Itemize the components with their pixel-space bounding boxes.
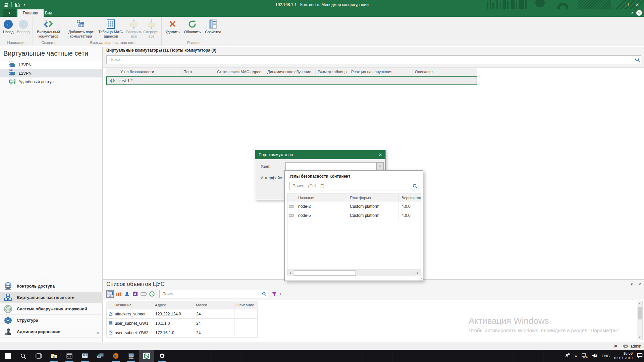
remote-desktop-button[interactable]: [93, 350, 108, 362]
delete-button[interactable]: ✕ Удалить: [163, 17, 182, 35]
sidebar-item-ids[interactable]: Система обнаружения вторжений: [0, 303, 103, 315]
system-app-button[interactable]: [77, 350, 93, 362]
tree-item-remote-access[interactable]: Удалённый доступ: [0, 77, 102, 86]
scroll-up-icon[interactable]: ▲: [639, 301, 641, 306]
virtual-switch-button[interactable]: * Виртуальный коммутатор: [34, 17, 62, 40]
filter-devices-button[interactable]: [140, 290, 147, 298]
start-button[interactable]: [0, 350, 15, 362]
panel-close-icon[interactable]: ✕: [638, 282, 641, 287]
table-row[interactable]: user_subnet_GW1 10.1.1.0 24: [106, 319, 258, 328]
close-button[interactable]: ✕: [632, 0, 643, 9]
column-header[interactable]: Платформа: [347, 195, 399, 201]
column-header[interactable]: Маска: [194, 302, 234, 308]
column-header[interactable]: Размер таблицы: [316, 69, 349, 75]
tab-view[interactable]: Вид: [40, 9, 58, 17]
column-header[interactable]: Описание: [413, 69, 477, 75]
scrollbar-thumb[interactable]: [294, 270, 356, 276]
search-icon[interactable]: [411, 184, 419, 189]
collapse-ribbon-icon[interactable]: ∧: [631, 11, 634, 15]
search-icon[interactable]: [634, 57, 641, 62]
dialog-titlebar[interactable]: Порт коммутатора ✕: [255, 150, 385, 159]
search-icon[interactable]: [261, 292, 268, 296]
objects-table-header: Название Адрес Маска Описание: [106, 301, 258, 309]
column-header[interactable]: Статический MAC-адрес: [215, 69, 265, 75]
filter-hosts-button[interactable]: [106, 290, 114, 298]
firefox-button[interactable]: [108, 350, 123, 362]
filter-time-button[interactable]: [148, 290, 156, 298]
filter-services-button[interactable]: [115, 290, 122, 298]
column-header[interactable]: Динамическое обучение: [265, 69, 316, 75]
column-header[interactable]: Название: [112, 302, 153, 308]
sidebar-item-vpn[interactable]: Виртуальные частные сети: [0, 292, 103, 303]
restore-button[interactable]: ❐: [621, 0, 632, 9]
popup-row-node-2[interactable]: node-2 Custom platform 4.0.0: [287, 202, 421, 211]
filter-funnel-icon: [272, 292, 277, 297]
continent-app-icon: [143, 352, 150, 360]
language-indicator[interactable]: ENG: [602, 354, 610, 358]
column-header[interactable]: Реакция на нарушения: [349, 69, 413, 75]
flag-icon[interactable]: ⚑: [614, 344, 618, 349]
objects-search-input[interactable]: [160, 290, 261, 298]
sidebar-collapse-button[interactable]: »: [97, 330, 99, 335]
file-explorer-button[interactable]: [46, 350, 62, 362]
scroll-down-icon[interactable]: ▼: [639, 335, 641, 340]
taskbar-search-button[interactable]: [15, 350, 31, 362]
refresh-button[interactable]: Обновить: [182, 17, 203, 35]
expand-all-button[interactable]: Раскрыть все: [125, 17, 143, 40]
help-icon[interactable]: ?: [636, 10, 642, 16]
panel-collapse-icon[interactable]: ▼: [630, 282, 634, 287]
action-center-icon[interactable]: [637, 353, 643, 359]
combobox-dropdown-icon[interactable]: ▼: [376, 163, 383, 170]
command-prompt-button[interactable]: C:\_: [62, 350, 77, 362]
mac-table-button[interactable]: Таблица MAC-адресов: [96, 17, 125, 40]
filter-button[interactable]: [271, 290, 278, 298]
vertical-scrollbar[interactable]: ▲ ▼: [637, 301, 643, 340]
popup-row-node-5[interactable]: node-5 Custom platform 4.0.0: [287, 211, 421, 220]
forward-button[interactable]: → Вперед: [15, 17, 32, 35]
app-menu-tab[interactable]: ▼: [3, 9, 16, 17]
main-search-input[interactable]: [107, 56, 634, 64]
workstation-button[interactable]: [123, 350, 139, 362]
column-header[interactable]: Описание: [234, 302, 258, 308]
sidebar-item-administration[interactable]: Администрирование: [0, 326, 103, 338]
task-view-button[interactable]: [31, 350, 46, 362]
dialog-close-icon[interactable]: ✕: [379, 153, 382, 157]
minimize-button[interactable]: –: [610, 0, 621, 9]
taskbar-clock[interactable]: 16:56 02.07.2019: [614, 351, 633, 361]
column-header[interactable]: Название: [296, 195, 347, 201]
sidebar-item-access-control[interactable]: Контроль доступа: [0, 281, 103, 292]
scroll-left-icon[interactable]: ◄: [287, 270, 293, 276]
tree-item-l2vpn[interactable]: L2 L2VPN: [0, 69, 102, 77]
sidebar-splitter-handle[interactable]: ··········: [0, 277, 103, 280]
filter-netobjects-button[interactable]: A: [131, 290, 139, 298]
table-row-selected[interactable]: test_L2: [106, 76, 477, 85]
table-row[interactable]: user_subnet_GW2 172.16.1.0 24: [106, 328, 258, 338]
resize-grip[interactable]: [419, 277, 422, 280]
add-switch-port-button[interactable]: Добавить порт коммутатора: [65, 17, 96, 40]
column-header[interactable]: Порт: [181, 69, 215, 75]
scroll-right-icon[interactable]: ►: [415, 270, 421, 276]
filter-dropdown-icon[interactable]: ▼: [279, 293, 282, 296]
settings-button[interactable]: [154, 350, 170, 362]
horizontal-scrollbar[interactable]: ◄ ►: [287, 270, 421, 276]
volume-icon[interactable]: [592, 353, 597, 359]
tray-expand-icon[interactable]: ∧: [575, 354, 577, 358]
ribbon-group-create: * Виртуальный коммутатор Создать: [33, 17, 64, 46]
table-row[interactable]: attackers_subnet 123.222.124.0 24: [106, 309, 258, 319]
column-header[interactable]: Адрес: [153, 302, 194, 308]
properties-button[interactable]: Свойства: [203, 17, 223, 35]
scrollbar-thumb[interactable]: [638, 307, 642, 319]
back-button[interactable]: ← Назад: [1, 17, 15, 35]
column-header[interactable]: Узел безопасности: [118, 69, 181, 75]
node-combobox[interactable]: ▼: [285, 162, 384, 170]
tree-item-label: Удалённый доступ: [19, 79, 54, 84]
popup-search-input[interactable]: [290, 182, 411, 190]
network-status-icon[interactable]: !: [582, 353, 588, 359]
sidebar-item-structure[interactable]: Структура: [0, 315, 103, 326]
people-icon[interactable]: [565, 353, 570, 359]
collapse-all-button[interactable]: Свернуть все: [143, 17, 160, 40]
continent-app-button[interactable]: [139, 350, 154, 362]
tree-item-l3vpn[interactable]: L3 L3VPN: [0, 61, 102, 69]
column-header[interactable]: Версия плат: [399, 195, 421, 201]
filter-users-button[interactable]: [123, 290, 130, 298]
